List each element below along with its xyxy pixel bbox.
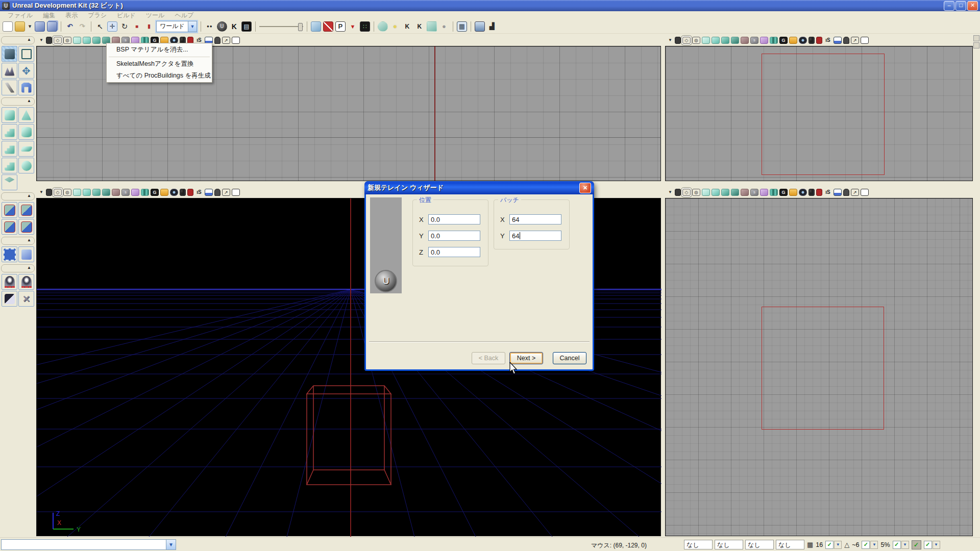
menu-item[interactable]: ツール: [141, 11, 169, 20]
record-joystick-icon[interactable]: [187, 189, 193, 196]
curved-staircase-icon[interactable]: [2, 124, 17, 140]
position-z-input[interactable]: 0.0: [428, 247, 480, 257]
wireframe-mode-icon[interactable]: [54, 37, 62, 44]
chevron-down-icon[interactable]: ▼: [870, 541, 878, 549]
float-viewport-icon[interactable]: [851, 37, 859, 44]
kismet-icon[interactable]: [229, 21, 239, 32]
menu-item[interactable]: 編集: [38, 11, 60, 20]
wireframe-cube-icon[interactable]: [18, 46, 34, 62]
texture-density-mode-icon[interactable]: [750, 189, 758, 196]
shader-complexity-mode-icon[interactable]: [131, 189, 139, 196]
realtime-joystick-icon[interactable]: [46, 37, 52, 44]
minimize-button[interactable]: –: [944, 1, 954, 11]
builder-brush-outline[interactable]: [762, 307, 884, 430]
translate-icon[interactable]: [107, 21, 117, 32]
detail-lighting-mode-icon[interactable]: [92, 37, 101, 44]
lock-viewport-icon[interactable]: [789, 37, 797, 44]
maximize-viewport-icon[interactable]: [232, 37, 240, 44]
viewport-bottom-right-canvas[interactable]: [665, 198, 973, 536]
viewport-options-dropdown-icon[interactable]: [667, 37, 673, 44]
dialog-close-button[interactable]: ✕: [579, 183, 591, 193]
actor-person-icon[interactable]: [843, 37, 849, 44]
lit-mode-icon[interactable]: [83, 189, 91, 196]
undo-icon[interactable]: [65, 21, 75, 32]
detail-lighting-mode-icon[interactable]: [721, 189, 729, 196]
menu-item[interactable]: ヘルプ: [170, 11, 198, 20]
realtime-joystick-icon[interactable]: [675, 37, 681, 44]
game-view-icon[interactable]: [779, 189, 788, 196]
split-square-icon[interactable]: [205, 189, 213, 196]
save-all-icon[interactable]: [47, 21, 57, 32]
light-eye-icon[interactable]: [439, 21, 449, 32]
position-x-input[interactable]: 0.0: [428, 214, 480, 224]
builder-brush-wireframe-cube[interactable]: [307, 386, 391, 485]
section-collapse-bar[interactable]: [1, 36, 35, 44]
geometry-icon[interactable]: [18, 80, 34, 95]
unlit-mode-icon[interactable]: [702, 37, 710, 44]
chevron-down-icon[interactable]: ▼: [834, 541, 842, 549]
show-selected-icon[interactable]: [2, 274, 17, 290]
sphere-icon[interactable]: [18, 158, 34, 173]
csg-deintersect-icon[interactable]: [18, 219, 34, 235]
csg-arrow-icon[interactable]: [348, 21, 358, 32]
scale-snap-checkbox[interactable]: ✓: [893, 541, 901, 549]
invert-selection-icon[interactable]: [2, 291, 17, 307]
viewport-top-right-canvas[interactable]: [665, 46, 973, 181]
lighting-only-mode-icon[interactable]: [102, 189, 110, 196]
open-dropdown-icon[interactable]: [27, 21, 33, 32]
drag-grid-box[interactable]: なし: [715, 540, 743, 549]
find-binoculars-icon[interactable]: [205, 21, 215, 32]
menu-item[interactable]: ビルド: [112, 11, 140, 20]
viewport-options-dropdown-icon[interactable]: [38, 37, 44, 44]
texture-density-mode-icon[interactable]: [750, 37, 758, 44]
float-viewport-icon[interactable]: [222, 189, 230, 196]
detail-lighting-mode-icon[interactable]: [721, 37, 729, 44]
autosave-checkbox[interactable]: ✓: [924, 541, 932, 549]
wireframe-mode-icon[interactable]: [682, 189, 691, 196]
unlit-mode-icon[interactable]: [702, 189, 710, 196]
section-collapse-bar[interactable]: [1, 97, 35, 106]
maximize-button[interactable]: □: [955, 1, 966, 11]
patch-x-input[interactable]: 64: [509, 214, 561, 224]
new-file-icon[interactable]: [3, 21, 13, 32]
camera-speed-slider[interactable]: [259, 21, 303, 32]
status-filter-combo[interactable]: ▼: [1, 539, 176, 550]
hide-all-icon[interactable]: [18, 291, 34, 307]
coordinate-system-combo[interactable]: ワールド ▼: [156, 21, 197, 32]
light-complexity-mode-icon[interactable]: [112, 189, 120, 196]
lit-mode-icon[interactable]: [712, 189, 720, 196]
grid-snap-checkbox[interactable]: ✓: [825, 541, 834, 549]
float-viewport-icon[interactable]: [851, 189, 859, 196]
hide-selected-icon[interactable]: [18, 274, 34, 290]
menu-item[interactable]: ファイル: [3, 11, 37, 20]
no-materials-icon[interactable]: [323, 21, 333, 32]
play-joystick-icon[interactable]: [808, 189, 815, 196]
show-flags-eye-icon[interactable]: [170, 189, 178, 196]
wireframe-mode-icon[interactable]: [54, 189, 62, 196]
redo-icon[interactable]: [77, 21, 87, 32]
scale-nonuniform-icon[interactable]: [144, 21, 154, 32]
emitter-icon[interactable]: [360, 21, 370, 32]
chevron-down-icon[interactable]: ▼: [933, 541, 940, 549]
brush-wireframe-mode-icon[interactable]: [692, 37, 700, 44]
play-joystick-icon[interactable]: [180, 189, 186, 196]
rotation-snap-checkbox[interactable]: ✓: [862, 541, 870, 549]
maximize-viewport-icon[interactable]: [861, 37, 869, 44]
section-collapse-bar[interactable]: [1, 264, 35, 272]
cube-icon[interactable]: [2, 107, 17, 123]
chevron-down-icon[interactable]: ▼: [901, 541, 909, 549]
brush-wireframe-mode-icon[interactable]: [692, 189, 700, 196]
detail-lighting-mode-icon[interactable]: [92, 189, 101, 196]
drag-grid-box[interactable]: なし: [684, 540, 713, 549]
csg-add-icon[interactable]: [2, 202, 17, 218]
volumetric-icon[interactable]: [2, 174, 17, 190]
fullscreen-grid-icon[interactable]: [457, 21, 467, 32]
dock-button[interactable]: [973, 35, 979, 41]
lighting-only-mode-icon[interactable]: [731, 189, 739, 196]
shader-complexity-mode-icon[interactable]: [760, 37, 768, 44]
float-viewport-icon[interactable]: [222, 37, 230, 44]
texture-align-icon[interactable]: [18, 63, 34, 79]
drag-grid-box[interactable]: なし: [745, 540, 774, 549]
streaming-s-icon[interactable]: [824, 37, 832, 44]
maximize-viewport-icon[interactable]: [232, 189, 240, 196]
